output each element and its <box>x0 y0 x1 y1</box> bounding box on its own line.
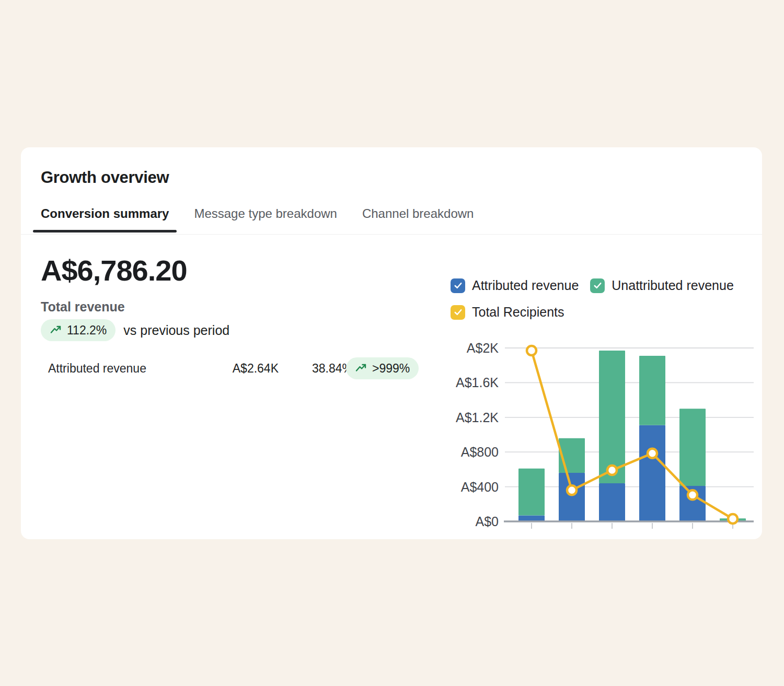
tab-conversion-summary[interactable]: Conversion summary <box>41 206 169 232</box>
svg-text:A$1.2K: A$1.2K <box>456 410 499 425</box>
attributed-revenue-share: 38.84% <box>285 362 353 376</box>
page-title: Growth overview <box>41 168 169 187</box>
checkbox-checked-icon[interactable] <box>590 278 605 293</box>
legend-label: Attributed revenue <box>472 278 579 293</box>
tab-channel-breakdown[interactable]: Channel breakdown <box>362 206 474 232</box>
period-change-row: 112.2% vs previous period <box>41 319 229 341</box>
trend-up-icon <box>355 362 367 375</box>
total-revenue-value: A$6,786.20 <box>41 253 187 287</box>
svg-text:A$1.6K: A$1.6K <box>456 375 499 390</box>
checkbox-checked-icon[interactable] <box>451 278 465 293</box>
checkbox-checked-icon[interactable] <box>451 305 465 320</box>
tab-bar-divider <box>21 234 762 235</box>
growth-overview-card: Growth overview Conversion summary Messa… <box>21 147 762 539</box>
attributed-change-badge: >999% <box>346 357 419 379</box>
attributed-change-value: >999% <box>372 362 410 376</box>
attributed-revenue-row: Attributed revenue A$2.64K 38.84% >999% <box>41 356 454 381</box>
check-icon <box>453 307 463 317</box>
change-badge: 112.2% <box>41 319 116 341</box>
svg-text:A$2K: A$2K <box>467 341 499 355</box>
total-revenue-label: Total revenue <box>41 299 125 315</box>
legend-label: Unattributed revenue <box>612 278 733 293</box>
change-badge-value: 112.2% <box>67 323 107 338</box>
attributed-revenue-label: Attributed revenue <box>48 362 146 376</box>
legend-item-unattributed-revenue[interactable]: Unattributed revenue <box>590 278 733 293</box>
attributed-revenue-value: A$2.64K <box>211 362 279 376</box>
tab-bar: Conversion summary Message type breakdow… <box>41 206 474 232</box>
legend-label: Total Recipients <box>472 305 564 320</box>
legend-item-total-recipients[interactable]: Total Recipients <box>451 305 564 320</box>
svg-text:A$800: A$800 <box>461 445 499 459</box>
legend-item-attributed-revenue[interactable]: Attributed revenue <box>451 278 579 293</box>
revenue-chart: A$0A$400A$800A$1.2KA$1.6KA$2K <box>453 340 762 541</box>
change-caption: vs previous period <box>123 323 229 338</box>
page-background: Growth overview Conversion summary Messa… <box>0 0 784 686</box>
check-icon <box>453 281 463 290</box>
tab-message-type-breakdown[interactable]: Message type breakdown <box>194 206 337 232</box>
chart-legend: Attributed revenue Unattributed revenue … <box>451 278 784 320</box>
trend-up-icon <box>50 324 62 336</box>
check-icon <box>593 281 603 290</box>
svg-text:A$0: A$0 <box>476 514 499 529</box>
svg-text:A$400: A$400 <box>461 480 499 494</box>
